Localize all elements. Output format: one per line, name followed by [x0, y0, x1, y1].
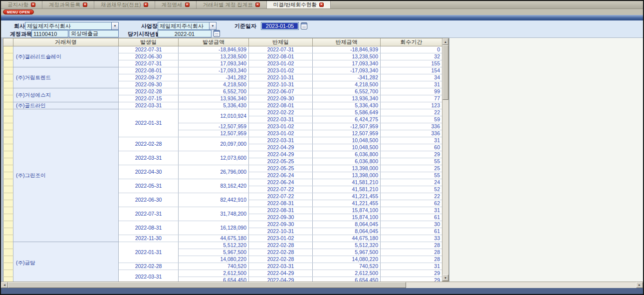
settle-date-cell[interactable]: 2023-01-02 — [249, 130, 313, 137]
row-selector[interactable] — [3, 116, 13, 123]
vertical-scrollbar[interactable]: ▲ ▼ — [442, 38, 449, 282]
scroll-right-icon[interactable]: ► — [636, 282, 643, 288]
account-name-input[interactable]: 외상매출금 — [69, 30, 119, 37]
settle-date-cell[interactable]: 2022-02-28 — [249, 256, 313, 263]
occur-amount-cell[interactable]: 6,552,700 — [179, 88, 249, 95]
settle-date-cell[interactable]: 2022-04-29 — [249, 151, 313, 158]
row-selector[interactable] — [3, 74, 13, 81]
occur-date-cell[interactable]: 2022-02-28 — [119, 88, 179, 95]
settle-date-cell[interactable]: 2022-04-29 — [249, 277, 313, 282]
period-cell[interactable]: 29 — [381, 277, 442, 282]
customer-cell[interactable]: (주)금담 — [13, 242, 119, 282]
period-cell[interactable]: 22 — [381, 193, 442, 200]
period-cell[interactable]: 77 — [381, 95, 442, 102]
close-icon[interactable]: × — [319, 2, 324, 7]
settle-amount-cell[interactable]: 6,036,800 — [313, 151, 381, 158]
period-cell[interactable]: 28 — [381, 249, 442, 256]
settle-date-cell[interactable]: 2023-01-02 — [249, 123, 313, 130]
occur-amount-cell[interactable]: 44,675,180 — [179, 235, 249, 242]
occur-date-cell[interactable]: 2022-07-31 — [119, 207, 179, 221]
occur-amount-cell[interactable]: -18,846,939 — [179, 46, 249, 53]
period-cell[interactable]: 31 — [381, 137, 442, 144]
occur-amount-cell[interactable]: -17,093,340 — [179, 67, 249, 74]
calendar-icon[interactable] — [301, 22, 307, 29]
settle-amount-cell[interactable]: 12,507,959 — [313, 130, 381, 137]
settle-amount-cell[interactable]: 6,552,700 — [313, 88, 381, 95]
occur-amount-cell[interactable]: 5,512,320 — [179, 242, 249, 249]
base-date-input[interactable]: 2023-01-05 — [261, 22, 299, 30]
period-cell[interactable]: 336 — [381, 130, 442, 137]
occur-amount-cell[interactable]: 12,010,924 — [179, 109, 249, 123]
row-selector[interactable] — [3, 200, 13, 207]
scroll-left-icon[interactable]: ◄ — [1, 282, 8, 288]
menu-open-button[interactable]: MENU OPEN — [3, 9, 34, 14]
row-selector[interactable] — [3, 60, 13, 67]
row-selector[interactable] — [3, 249, 13, 256]
tab-active[interactable]: 미결/반제회수현황× — [267, 1, 331, 8]
settle-amount-cell[interactable]: 8,064,045 — [313, 228, 381, 235]
row-selector[interactable] — [3, 95, 13, 102]
site-select[interactable]: 제일제지주식회사 ▼ — [158, 22, 216, 30]
settle-date-cell[interactable]: 2022-02-28 — [249, 242, 313, 249]
row-selector[interactable] — [3, 172, 13, 179]
settle-date-cell[interactable]: 2022-04-29 — [249, 270, 313, 277]
settle-date-cell[interactable]: 2022-07-31 — [249, 46, 313, 53]
occur-amount-cell[interactable]: 4,218,500 — [179, 81, 249, 88]
settle-amount-cell[interactable]: 41,221,455 — [313, 193, 381, 200]
settle-date-cell[interactable]: 2022-02-22 — [249, 109, 313, 116]
period-cell[interactable]: 25 — [381, 165, 442, 172]
close-icon[interactable]: × — [31, 2, 35, 7]
occur-amount-cell[interactable]: 20,097,000 — [179, 137, 249, 151]
occur-amount-cell[interactable]: 13,238,500 — [179, 53, 249, 60]
period-cell[interactable]: 0 — [381, 46, 442, 53]
settle-amount-cell[interactable]: 10,048,500 — [313, 144, 381, 151]
settle-date-cell[interactable]: 2022-08-01 — [249, 53, 313, 60]
chevron-down-icon[interactable]: ▼ — [209, 22, 216, 29]
occur-date-cell[interactable]: 2022-02-28 — [119, 263, 179, 270]
row-selector[interactable] — [3, 151, 13, 158]
occur-amount-cell[interactable]: 31,748,200 — [179, 207, 249, 221]
settle-amount-cell[interactable]: 15,874,100 — [313, 214, 381, 221]
row-selector[interactable] — [3, 277, 13, 282]
occur-amount-cell[interactable]: 82,442,910 — [179, 193, 249, 207]
settle-amount-cell[interactable]: 41,581,210 — [313, 186, 381, 193]
customer-cell[interactable]: (주)갤러리드슬레이 — [13, 46, 119, 67]
period-cell[interactable]: 60 — [381, 144, 442, 151]
period-cell[interactable]: 123 — [381, 102, 442, 109]
settle-date-cell[interactable]: 2022-03-31 — [249, 137, 313, 144]
occur-amount-cell[interactable]: 5,336,430 — [179, 102, 249, 109]
period-cell[interactable]: 29 — [381, 151, 442, 158]
occur-date-cell[interactable]: 2022-03-31 — [119, 270, 179, 282]
period-cell[interactable]: 22 — [381, 109, 442, 116]
settle-date-cell[interactable]: 2022-04-29 — [249, 144, 313, 151]
settle-date-cell[interactable]: 2022-07-22 — [249, 193, 313, 200]
row-selector[interactable] — [3, 130, 13, 137]
settle-date-cell[interactable]: 2022-03-31 — [249, 116, 313, 123]
row-selector[interactable] — [3, 102, 13, 109]
settle-amount-cell[interactable]: 10,048,500 — [313, 137, 381, 144]
settle-date-cell[interactable]: 2022-06-24 — [249, 172, 313, 179]
company-select[interactable]: 제일제지주식회사 ▼ — [25, 22, 119, 30]
row-selector[interactable] — [3, 144, 13, 151]
period-cell[interactable]: 155 — [381, 60, 442, 67]
row-selector[interactable] — [3, 46, 13, 53]
row-selector[interactable] — [3, 81, 13, 88]
tab[interactable]: 계정과목등록× — [42, 1, 94, 8]
settle-amount-cell[interactable]: 41,221,455 — [313, 200, 381, 207]
close-icon[interactable]: × — [144, 2, 148, 7]
vertical-scrollbar-thumb[interactable] — [442, 45, 448, 100]
chevron-down-icon[interactable]: ▼ — [111, 22, 118, 29]
occur-amount-cell[interactable]: 12,073,600 — [179, 151, 249, 165]
settle-amount-cell[interactable]: -12,507,959 — [313, 123, 381, 130]
period-cell[interactable]: 55 — [381, 172, 442, 179]
row-selector[interactable] — [3, 88, 13, 95]
settle-date-cell[interactable]: 2023-01-02 — [249, 235, 313, 242]
customer-cell[interactable]: (주)골드라인 — [13, 102, 119, 109]
period-cell[interactable]: 52 — [381, 186, 442, 193]
occur-amount-cell[interactable]: 740,520 — [179, 263, 249, 270]
close-icon[interactable]: × — [185, 2, 190, 7]
settle-date-cell[interactable]: 2022-09-30 — [249, 95, 313, 102]
occur-amount-cell[interactable]: 83,162,420 — [179, 179, 249, 193]
settle-date-cell[interactable]: 2022-08-01 — [249, 102, 313, 109]
tab[interactable]: 공지사항× — [1, 1, 42, 8]
